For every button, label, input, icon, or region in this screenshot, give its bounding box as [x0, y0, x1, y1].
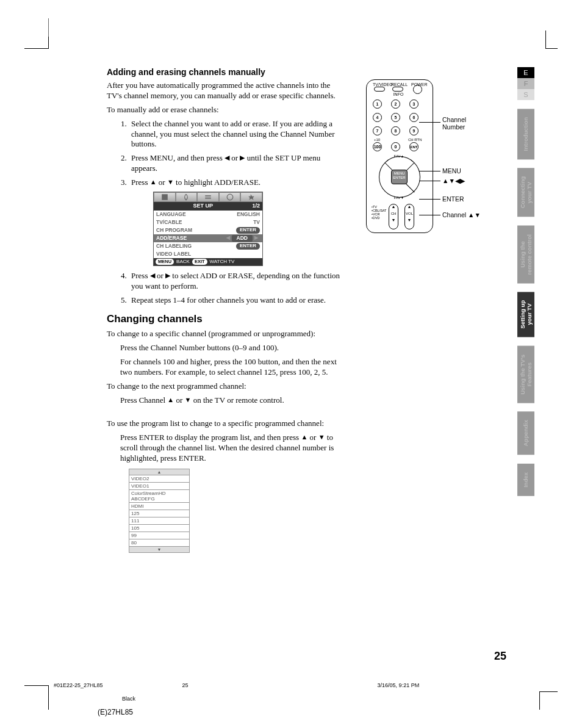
callout-line — [419, 215, 440, 215]
label-chrtn: CH RTN — [408, 138, 422, 142]
text: or — [229, 153, 240, 162]
footer-black: Black — [122, 696, 135, 702]
text: Press MENU, and then press — [131, 153, 225, 162]
osd-row: LANGUAGEENGLISH — [154, 211, 262, 218]
footer-timestamp: 3/16/05, 9:21 PM — [378, 682, 420, 688]
callout-menu: MENU — [442, 167, 461, 175]
callout-line — [419, 171, 440, 171]
label-recall: RECALL — [391, 82, 404, 87]
label-plus10: +10 — [374, 138, 380, 142]
mode-labels: •TV•CBL/SAT•VCR•DVD — [372, 205, 386, 220]
osd-foot-watch: WATCH TV — [210, 259, 235, 265]
cc-p1: To change to a specific channel (program… — [107, 329, 345, 339]
osd-setup: SET UP 1/2 LANGUAGEENGLISHTV/CABLETVCH P… — [153, 192, 263, 266]
osd-tab-icon — [176, 192, 198, 202]
list-item: VIDEO1 — [129, 482, 190, 489]
page-number: 25 — [494, 650, 506, 663]
svg-rect-0 — [162, 194, 168, 200]
btn-num-8: 8 — [391, 126, 400, 135]
step-list: Select the channel you want to add or er… — [129, 119, 345, 306]
down-arrow-icon: ▼ — [318, 433, 325, 441]
crop-mark — [545, 31, 558, 49]
cc-p3a: Press ENTER to display the program list,… — [120, 433, 345, 464]
tab-connecting: Connecting your TV — [517, 168, 534, 217]
list-item: HDMI — [129, 502, 190, 510]
crop-mark — [40, 18, 49, 37]
btn-menu-enter: MENU ENTER — [391, 170, 408, 184]
right-arrow-icon: ▶ — [165, 272, 170, 279]
left-arrow-icon: ◀ — [225, 154, 229, 161]
cc-p3: To use the program list to change to a s… — [107, 419, 345, 429]
label-favdn: FAV▼ — [390, 196, 408, 200]
para-instr: To manually add or erase channels: — [107, 105, 345, 115]
up-arrow-icon: ▲ — [150, 178, 157, 186]
osd-tab-icon — [197, 192, 219, 202]
tab-appendix: Appendix — [517, 411, 534, 455]
text: to highlight ADD/ERASE. — [174, 178, 260, 187]
tab-remote: Using the remote control — [517, 226, 534, 284]
up-arrow-icon: ▲ — [167, 396, 174, 403]
tab-setup: Setting up your TV — [517, 292, 534, 337]
btn-recall — [392, 87, 403, 92]
heading-changing: Changing channels — [107, 313, 345, 325]
text: or — [157, 178, 167, 187]
channel-list-osd: ▲ VIDEO2VIDEO1ColorStreamHD ABCDEFGHDMI1… — [129, 469, 190, 553]
callout-line — [419, 181, 440, 181]
tab-index: Index — [517, 464, 534, 496]
callout-chan: Channel ▲▼ — [442, 211, 481, 218]
callout-line — [419, 199, 440, 200]
btn-num-2: 2 — [391, 99, 400, 109]
text: or — [307, 433, 318, 442]
callout-enter: ENTER — [442, 195, 464, 203]
osd-tab-icon — [240, 192, 262, 202]
remote-diagram: TV/VIDEO RECALL POWER INFO 123456789 +10… — [363, 79, 497, 233]
osd-row: ADD/ERASE◀ADD▶ — [154, 234, 262, 242]
callout-chnum: Channel Number — [442, 116, 466, 131]
page-content: Adding and erasing channels manually Aft… — [107, 67, 497, 553]
heading-adding: Adding and erasing channels manually — [107, 67, 345, 77]
para-intro: After you have automatically programmed … — [107, 81, 345, 101]
btn-num-9: 9 — [409, 126, 419, 135]
footer-meta: #01E22-25_27HL85 25 3/16/05, 9:21 PM — [54, 682, 481, 688]
callout-arrows: ▲▼◀▶ — [442, 177, 465, 184]
text: Press — [131, 271, 150, 280]
btn-num-5: 5 — [391, 113, 400, 122]
tab-introduction: Introduction — [517, 109, 534, 159]
left-column: Adding and erasing channels manually Aft… — [107, 67, 345, 553]
up-arrow-icon: ▲ — [129, 469, 190, 475]
btn-num-1: 1 — [373, 99, 382, 109]
lang-tab-e: E — [517, 67, 534, 78]
step-4: Press ◀ or ▶ to select ADD or ERASE, dep… — [129, 271, 345, 292]
osd-page: 1/2 — [252, 203, 262, 210]
label-tvvideo: TV/VIDEO — [373, 82, 386, 87]
step-2: Press MENU, and then press ◀ or ▶ until … — [129, 153, 345, 174]
step-1: Select the channel you want to add or er… — [129, 119, 345, 150]
down-arrow-icon: ▼ — [185, 396, 192, 403]
cc-p2a: Press Channel ▲ or ▼ on the TV or remote… — [120, 395, 345, 406]
btn-vol: ▲ VOL ▼ — [404, 204, 414, 229]
up-arrow-icon: ▲ — [301, 433, 307, 441]
footer-file: #01E22-25_27HL85 — [54, 682, 103, 688]
btn-num-6: 6 — [409, 113, 419, 122]
osd-row: VIDEO LABEL — [154, 250, 262, 258]
btn-power — [413, 85, 422, 94]
btn-num-7: 7 — [373, 126, 382, 135]
footer-pagenum: 25 — [182, 682, 189, 688]
list-item: ColorStreamHD ABCDEFG — [129, 489, 190, 502]
text: Press — [131, 178, 150, 187]
cc-p1a: Press the Channel Number buttons (0–9 an… — [120, 343, 345, 353]
down-arrow-icon: ▼ — [167, 178, 174, 186]
step-5: Repeat steps 1–4 for other channels you … — [129, 295, 345, 306]
crop-mark — [539, 691, 558, 710]
osd-title: SET UP 1/2 — [154, 202, 262, 211]
remote-body: TV/VIDEO RECALL POWER INFO 123456789 +10… — [366, 79, 433, 233]
text: Press Channel — [120, 395, 167, 405]
osd-tabs — [154, 192, 262, 202]
btn-ch: ▲ CH ▼ — [389, 204, 398, 229]
label-favup: FAV▲ — [390, 154, 408, 158]
osd-row: TV/CABLETV — [154, 218, 262, 226]
text: Press ENTER to display the program list,… — [120, 433, 301, 442]
btn-tvvideo — [374, 87, 385, 92]
list-item: 111 — [129, 517, 190, 524]
left-arrow-icon: ◀ — [150, 272, 155, 279]
